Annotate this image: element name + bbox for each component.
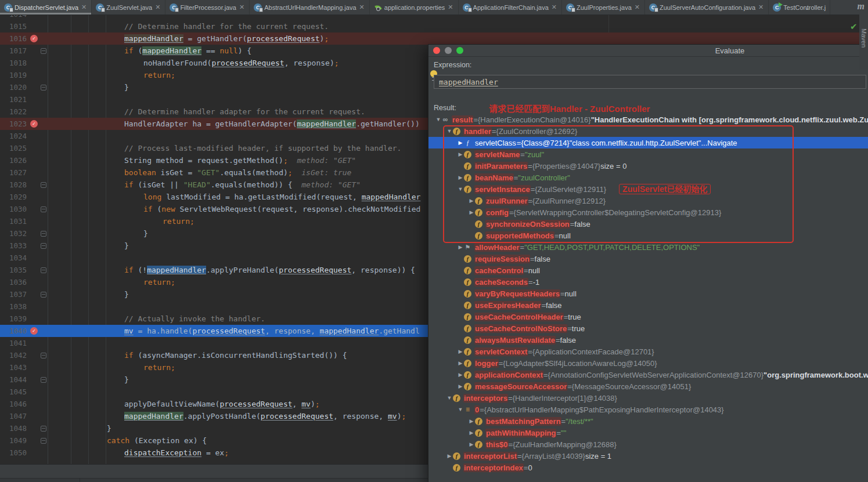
expand-arrow-icon[interactable]: ▶ — [458, 360, 463, 366]
fold-marker-icon[interactable] — [41, 292, 46, 298]
tree-row[interactable]: ▶fbestMatchingPattern = "/test/**" — [428, 415, 868, 427]
line-number[interactable]: 1018 — [0, 57, 27, 69]
line-number[interactable]: 1050 — [0, 447, 27, 459]
tree-row[interactable]: ▶finterceptorList = {ArrayList@14039} si… — [428, 450, 868, 462]
breakpoint-icon[interactable]: ✓ — [30, 327, 38, 335]
line-number[interactable]: 1022 — [0, 106, 27, 118]
line-number[interactable]: 1017 — [0, 45, 27, 57]
tree-row[interactable]: fuseExpiresHeader = false — [428, 299, 868, 311]
expand-arrow-icon[interactable]: ▶ — [458, 175, 463, 180]
fold-marker-icon[interactable] — [41, 353, 46, 358]
fold-marker-icon[interactable] — [41, 231, 46, 237]
fold-marker-icon[interactable] — [41, 243, 46, 249]
line-number[interactable]: 1015 — [0, 20, 27, 32]
line-number[interactable]: 1028 — [0, 179, 27, 191]
line-number[interactable]: 1031 — [0, 215, 27, 227]
close-icon[interactable]: ✕ — [634, 4, 640, 10]
expand-arrow-icon[interactable]: ▶ — [469, 418, 474, 424]
line-number[interactable]: 1046 — [0, 398, 27, 410]
editor-tab[interactable]: CZuulServlet.java✕ — [92, 0, 165, 15]
tree-row[interactable]: finitParameters = {Properties@14047} siz… — [428, 160, 868, 172]
tree-row[interactable]: ▶fapplicationContext = {AnnotationConfig… — [428, 369, 868, 380]
line-number[interactable]: 1024 — [0, 130, 27, 142]
maven-tool-button[interactable]: Maven — [859, 15, 868, 70]
close-icon[interactable]: ✕ — [359, 4, 365, 10]
expand-arrow-icon[interactable]: ▼ — [458, 407, 463, 412]
tree-row[interactable]: ▼finterceptors = {HandlerInterceptor[1]@… — [428, 392, 868, 404]
close-icon[interactable]: ✕ — [239, 4, 245, 10]
tree-row[interactable]: ▶fpathWithinMapping = "" — [428, 427, 868, 438]
editor-tab[interactable]: CFilterProcessor.java✕ — [165, 0, 250, 15]
tree-row[interactable]: fsupportedMethods = null — [428, 230, 868, 241]
tree-row[interactable]: ▶fconfig = {ServletWrappingController$De… — [428, 206, 868, 218]
fold-marker-icon[interactable] — [41, 438, 46, 444]
line-number[interactable]: 1040 — [0, 325, 27, 337]
line-number[interactable]: 1047 — [0, 410, 27, 422]
line-number[interactable]: 1048 — [0, 422, 27, 434]
editor-tab[interactable]: CDispatcherServlet.java✕ — [0, 0, 92, 15]
inspections-ok-icon[interactable]: ✔ — [850, 21, 858, 32]
expand-arrow-icon[interactable]: ▶ — [469, 430, 474, 436]
tree-row[interactable]: fuseCacheControlHeader = true — [428, 311, 868, 322]
close-icon[interactable]: ✕ — [758, 4, 764, 10]
expand-arrow-icon[interactable]: ▶ — [458, 383, 463, 389]
expand-arrow-icon[interactable]: ▶ — [458, 244, 463, 250]
tree-row[interactable]: ▶fzuulRunner = {ZuulRunner@12912} — [428, 195, 868, 206]
fold-marker-icon[interactable] — [41, 206, 46, 212]
line-number[interactable]: 1027 — [0, 166, 27, 179]
tree-row[interactable]: ▼fhandler = {ZuulController@12692} — [428, 125, 868, 137]
tree-row[interactable]: ▼≡0 = {AbstractUrlHandlerMapping$PathExp… — [428, 404, 868, 415]
line-number[interactable]: 1033 — [0, 240, 27, 252]
close-icon[interactable]: ✕ — [551, 4, 557, 10]
hidden-tabs-chevron-icon[interactable]: ⌄ — [804, 0, 810, 15]
line-number[interactable]: 1014 — [0, 15, 27, 20]
line-number[interactable]: 1043 — [0, 361, 27, 374]
line-number[interactable]: 1045 — [0, 386, 27, 398]
fold-marker-icon[interactable] — [41, 426, 46, 432]
fold-marker-icon[interactable] — [41, 182, 46, 188]
tree-row[interactable]: ▶flogger = {LogAdapter$Slf4jLocationAwar… — [428, 357, 868, 369]
line-number[interactable]: 1019 — [0, 69, 27, 81]
tree-row[interactable]: fcacheControl = null — [428, 264, 868, 276]
expand-arrow-icon[interactable]: ▼ — [446, 128, 452, 134]
fold-marker-icon[interactable] — [41, 377, 46, 383]
line-number[interactable]: 1035 — [0, 264, 27, 276]
line-number[interactable]: 1030 — [0, 203, 27, 215]
tree-row[interactable]: finterceptorIndex = 0 — [428, 462, 868, 473]
line-number[interactable]: 1038 — [0, 300, 27, 313]
tree-row[interactable]: ▶fservletClass = {Class@7214} "class com… — [428, 137, 868, 148]
tree-row[interactable]: ▼fservletInstance = {ZuulServlet@12911}Z… — [428, 183, 868, 195]
tree-row[interactable]: ▶fthis$0 = {ZuulHandlerMapping@12688} — [428, 438, 868, 450]
line-number[interactable]: 1020 — [0, 81, 27, 93]
expand-arrow-icon[interactable]: ▶ — [458, 140, 463, 146]
tree-row[interactable]: ▶fservletContext = {ApplicationContextFa… — [428, 346, 868, 357]
line-number[interactable]: 1029 — [0, 191, 27, 203]
tree-row[interactable]: ▶fbeanName = "zuulController" — [428, 172, 868, 183]
editor-tab[interactable]: CZuulProperties.java✕ — [562, 0, 645, 15]
tree-row[interactable]: frequireSession = false — [428, 253, 868, 264]
line-number[interactable]: 1049 — [0, 434, 27, 447]
editor-tab[interactable]: CZuulServerAutoConfiguration.java✕ — [645, 0, 769, 15]
expand-arrow-icon[interactable]: ▶ — [446, 453, 452, 459]
line-number[interactable]: 1039 — [0, 313, 27, 325]
close-icon[interactable]: ✕ — [81, 4, 87, 10]
result-tree[interactable]: ▼∞result = {HandlerExecutionChain@14016}… — [428, 114, 868, 482]
fold-marker-icon[interactable] — [41, 267, 46, 273]
tree-row[interactable]: ▼∞result = {HandlerExecutionChain@14016}… — [428, 114, 868, 125]
editor-tab[interactable]: CAbstractUrlHandlerMapping.java✕ — [250, 0, 370, 15]
expand-arrow-icon[interactable]: ▶ — [469, 441, 474, 447]
line-number[interactable]: 1026 — [0, 154, 27, 166]
close-icon[interactable]: ✕ — [447, 4, 453, 10]
line-number[interactable]: 1016 — [0, 32, 27, 45]
maven-logo-icon[interactable]: m — [858, 1, 865, 12]
editor-tab[interactable]: application.properties✕ — [370, 0, 459, 15]
line-number[interactable]: 1021 — [0, 93, 27, 106]
line-number[interactable]: 1044 — [0, 374, 27, 386]
tree-row[interactable]: fcacheSeconds = -1 — [428, 276, 868, 288]
line-number[interactable]: 1034 — [0, 252, 27, 264]
line-number[interactable]: 1036 — [0, 276, 27, 288]
expand-arrow-icon[interactable]: ▶ — [458, 151, 463, 157]
dialog-titlebar[interactable]: Evaluate — [428, 45, 868, 57]
close-icon[interactable]: ✕ — [154, 4, 161, 10]
expand-arrow-icon[interactable]: ▼ — [435, 117, 441, 122]
